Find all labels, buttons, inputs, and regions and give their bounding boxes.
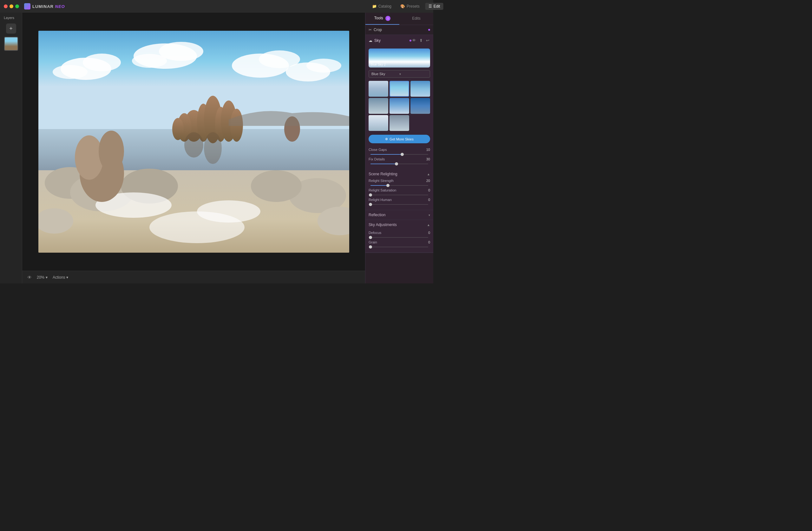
sky-thumb-4[interactable] (368, 98, 388, 114)
add-layer-button[interactable]: + (6, 24, 16, 34)
fix-details-thumb[interactable] (395, 162, 398, 165)
sky-thumb-3-img (410, 81, 430, 97)
svg-point-29 (251, 170, 302, 202)
relight-human-slider[interactable] (371, 204, 428, 205)
defocus-slider[interactable] (371, 237, 428, 238)
relight-saturation-label: Relight Saturation (368, 188, 421, 192)
svg-point-10 (306, 59, 341, 73)
close-gaps-thumb[interactable] (401, 153, 404, 156)
relight-human-thumb[interactable] (369, 203, 372, 206)
zoom-control[interactable]: 20% ▾ (37, 275, 47, 280)
fix-details-slider[interactable] (371, 164, 428, 164)
fix-details-value: 30 (422, 157, 430, 161)
grain-thumb[interactable] (369, 245, 372, 249)
sky-thumb-3[interactable] (410, 81, 430, 97)
sky-thumb-5[interactable] (390, 98, 409, 114)
logo-neo: NEO (55, 4, 65, 9)
grain-slider-row (368, 247, 430, 247)
sky-preview-label: Blue Sky 2 (371, 63, 386, 66)
scene-relighting-section: Scene Relighting ▲ Relight Strength 20 (365, 169, 433, 210)
traffic-lights (4, 4, 19, 8)
catalog-nav-btn[interactable]: 📁 Catalog (369, 3, 395, 10)
catalog-icon: 📁 (372, 4, 377, 9)
title-bar: LUMINAR NEO 📁 Catalog 🎨 Presets ☰ Edit ⬆ (0, 0, 433, 13)
fix-details-fill (371, 164, 396, 164)
grain-row: Grain 0 (368, 240, 430, 244)
relight-saturation-slider-row (368, 195, 430, 195)
tab-tools[interactable]: Tools 1 (365, 13, 399, 25)
scene-relighting-header[interactable]: Scene Relighting ▲ (365, 169, 433, 179)
relight-strength-thumb[interactable] (386, 184, 390, 187)
sky-label: Sky (374, 38, 408, 43)
layers-panel: Layers + (0, 13, 22, 283)
grain-slider[interactable] (371, 247, 428, 247)
scene-relighting-arrow-icon: ▲ (427, 173, 430, 176)
main-layout: Layers + (0, 13, 433, 283)
relight-strength-value: 20 (422, 179, 430, 182)
edit-icon: ☰ (429, 4, 432, 9)
sky-thumb-6[interactable] (410, 98, 430, 114)
sky-dropdown-arrow-icon: ▾ (399, 72, 427, 76)
sky-adjustments-header[interactable]: Sky Adjustments ▲ (365, 220, 433, 230)
close-gaps-fill (371, 154, 402, 155)
sky-settings-btn[interactable]: ⬆ (419, 38, 423, 43)
sky-thumb-1[interactable] (368, 81, 388, 97)
maximize-button[interactable] (15, 4, 19, 8)
sky-visibility-btn[interactable]: 👁 (411, 38, 417, 43)
canvas-bottom-bar: 👁 20% ▾ Actions ▾ (22, 271, 365, 283)
actions-label: Actions (53, 275, 65, 280)
close-gaps-value: 10 (422, 148, 430, 151)
svg-point-2 (83, 54, 121, 71)
svg-point-6 (132, 54, 167, 68)
defocus-row: Defocus 0 (368, 231, 430, 235)
svg-point-3 (53, 65, 88, 79)
visibility-toggle[interactable]: 👁 (27, 275, 32, 280)
sky-preview-large: Blue Sky 2 (368, 48, 430, 68)
sky-thumb-7[interactable] (368, 115, 388, 131)
relight-human-slider-row (368, 204, 430, 205)
svg-point-18 (172, 118, 184, 140)
close-gaps-slider[interactable] (371, 154, 428, 155)
reflection-arrow-icon: ▾ (429, 213, 430, 217)
sky-adjustments-content: Defocus 0 Grain 0 (365, 230, 433, 252)
scene-relighting-content: Relight Strength 20 Relight Saturation 0 (365, 179, 433, 210)
reflection-header[interactable]: Reflection ▾ (365, 210, 433, 220)
tab-edits[interactable]: Edits (399, 13, 433, 25)
relight-strength-slider[interactable] (371, 185, 428, 186)
tools-badge: 1 (386, 16, 390, 21)
defocus-thumb[interactable] (369, 236, 372, 239)
relight-saturation-slider[interactable] (371, 195, 428, 195)
edit-nav-btn[interactable]: ☰ Edit (425, 3, 433, 10)
get-more-skies-button[interactable]: ⊕ Get More Skies (368, 135, 430, 143)
sky-thumb-8[interactable] (390, 115, 409, 131)
logo-icon (24, 3, 30, 10)
presets-nav-btn[interactable]: 🎨 Presets (397, 3, 423, 10)
sky-reset-btn[interactable]: ↩ (425, 38, 430, 43)
svg-point-34 (75, 135, 103, 180)
crop-dot (428, 29, 430, 31)
svg-point-20 (184, 132, 203, 158)
close-button[interactable] (4, 4, 8, 8)
minimize-button[interactable] (10, 4, 13, 8)
zoom-chevron-icon: ▾ (46, 275, 47, 280)
sky-section-header[interactable]: ☁ Sky 👁 ⬆ ↩ (365, 35, 433, 46)
panel-tabs: Tools 1 Edits (365, 13, 433, 25)
sky-controls: 👁 ⬆ ↩ (411, 38, 430, 43)
sky-thumb-6-img (410, 98, 430, 114)
presets-icon: 🎨 (400, 4, 405, 9)
fix-details-row: Fix Details 30 (368, 157, 430, 161)
actions-button[interactable]: Actions ▾ (53, 275, 68, 280)
canvas-area: 👁 20% ▾ Actions ▾ (22, 13, 365, 283)
layer-thumb-image (5, 38, 17, 50)
sky-thumb-2-img (390, 82, 408, 96)
defocus-value: 0 (422, 231, 430, 235)
sky-category-dropdown[interactable]: Blue Sky ▾ (368, 70, 430, 78)
layer-thumbnail[interactable] (4, 37, 18, 51)
svg-point-32 (149, 211, 245, 243)
relight-strength-label: Relight Strength (368, 179, 421, 182)
relight-saturation-thumb[interactable] (369, 193, 372, 196)
crop-section-header[interactable]: ✂ Crop (365, 25, 433, 35)
defocus-slider-row (368, 237, 430, 238)
sky-thumb-2[interactable] (390, 81, 409, 97)
sky-thumb-1-img (368, 81, 388, 97)
